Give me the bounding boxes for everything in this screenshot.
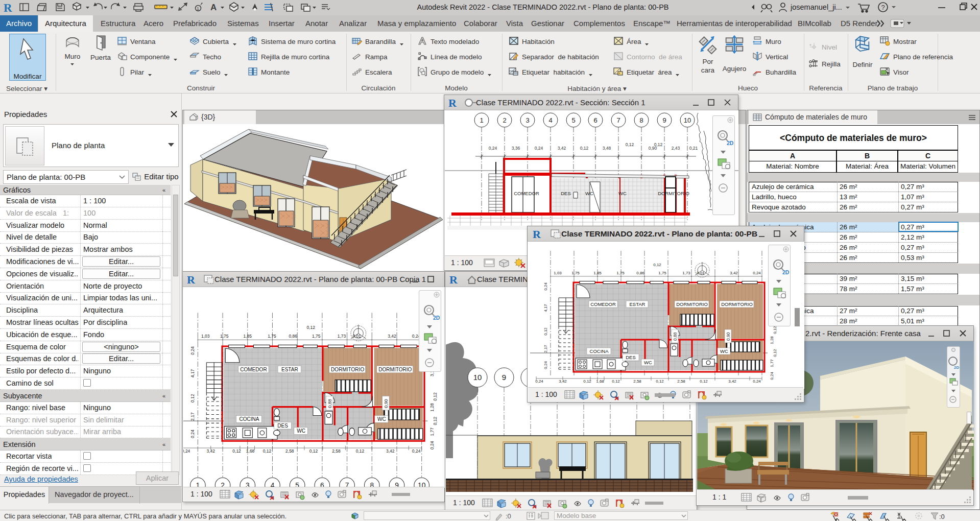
svg-text:10: 10 [684, 116, 691, 124]
svg-text:3,36: 3,36 [512, 146, 520, 151]
svg-text:0,24: 0,24 [535, 146, 543, 151]
svg-text::0: :0 [939, 513, 945, 520]
svg-text:R: R [448, 97, 457, 109]
svg-text:1: 1 [480, 116, 483, 124]
svg-text:3,48: 3,48 [603, 146, 611, 151]
svg-text:1: 1 [197, 6, 199, 11]
svg-text:2,43: 2,43 [672, 146, 680, 151]
svg-text:COMEDOR: COMEDOR [514, 191, 539, 196]
svg-text:WC: WC [585, 191, 593, 196]
svg-text:0,21: 0,21 [689, 146, 698, 151]
svg-text:0,12: 0,12 [626, 142, 634, 147]
svg-text:DES: DES [561, 191, 571, 196]
svg-text:Autodesk Revit 2022 - Clase TE: Autodesk Revit 2022 - Clase TERMINADO 20… [417, 3, 669, 11]
svg-text:8: 8 [639, 116, 643, 124]
svg-text:R: R [4, 2, 12, 14]
svg-text:A: A [210, 3, 217, 12]
svg-text:R: R [449, 273, 458, 286]
svg-text:2D: 2D [954, 365, 959, 370]
svg-text:?: ? [881, 4, 885, 11]
svg-text:4: 4 [548, 116, 552, 124]
svg-text:0,12: 0,12 [580, 146, 589, 151]
svg-text:0,12: 0,12 [654, 142, 663, 147]
svg-text:9: 9 [662, 116, 666, 124]
svg-text::0: :0 [506, 512, 511, 520]
svg-text:WC: WC [618, 191, 627, 196]
svg-text:7: 7 [616, 116, 620, 124]
svg-text:R: R [187, 273, 196, 286]
svg-text:R: R [533, 228, 541, 241]
svg-text:3,42: 3,42 [558, 146, 566, 151]
svg-text:0,24: 0,24 [489, 146, 497, 151]
svg-text:DORMITORIO: DORMITORIO [658, 191, 689, 196]
svg-text:5: 5 [571, 116, 575, 124]
svg-text:10: 10 [473, 373, 482, 382]
svg-text:9: 9 [502, 373, 506, 382]
svg-text:2: 2 [503, 116, 506, 124]
svg-text:3: 3 [525, 116, 529, 124]
svg-text:6: 6 [593, 116, 597, 124]
svg-text:josemanuel_ji...: josemanuel_ji... [790, 3, 842, 11]
